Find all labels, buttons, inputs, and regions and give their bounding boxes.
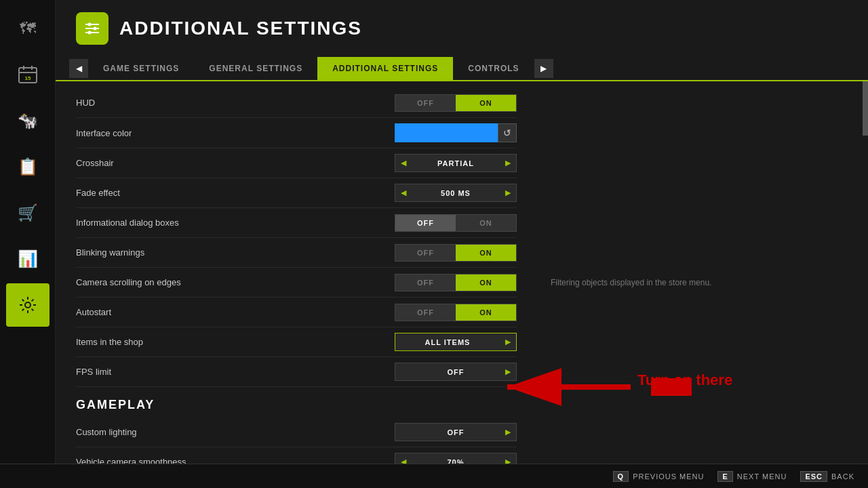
custom-lighting-next[interactable]: ▶ bbox=[500, 424, 516, 441]
setting-label-hud: HUD bbox=[76, 98, 395, 108]
setting-control-autostart: OFF ON bbox=[395, 304, 517, 321]
fade-value: 500 MS bbox=[412, 189, 500, 197]
blinking-on-btn[interactable]: ON bbox=[456, 245, 516, 261]
shop-items-dropdown[interactable]: ALL ITEMS ▶ bbox=[395, 333, 517, 351]
main-content: ADDITIONAL SETTINGS ◀ GAME SETTINGS GENE… bbox=[56, 0, 868, 488]
autostart-on-btn[interactable]: ON bbox=[456, 304, 516, 321]
sidebar-item-stats[interactable]: 📊 bbox=[6, 237, 50, 281]
content-area: HUD OFF ON Interface color ↺ bbox=[56, 81, 868, 488]
svg-point-11 bbox=[88, 31, 92, 35]
fps-selector: ◀ OFF ▶ bbox=[395, 363, 517, 381]
setting-row-custom-lighting: Custom lighting ◀ OFF ▶ bbox=[76, 418, 517, 447]
autostart-off-btn[interactable]: OFF bbox=[395, 304, 456, 321]
info-text: Filtering objects displayed in the store… bbox=[551, 278, 849, 287]
blinking-toggle: OFF ON bbox=[395, 244, 517, 262]
sidebar-item-animals[interactable]: 🐄 bbox=[6, 99, 50, 142]
svg-text:15: 15 bbox=[24, 75, 31, 81]
setting-control-fps: ◀ OFF ▶ bbox=[395, 363, 517, 381]
header-icon bbox=[76, 12, 108, 45]
next-menu-label: NEXT MENU bbox=[737, 472, 787, 481]
dialogs-on-btn[interactable]: ON bbox=[456, 215, 516, 231]
tab-additional-settings[interactable]: ADDITIONAL SETTINGS bbox=[317, 57, 453, 80]
settings-panel: HUD OFF ON Interface color ↺ bbox=[56, 81, 537, 488]
svg-point-10 bbox=[94, 27, 97, 30]
setting-row-blinking: Blinking warnings OFF ON bbox=[76, 238, 517, 268]
custom-lighting-value: OFF bbox=[412, 428, 500, 436]
crosshair-value: PARTIAL bbox=[412, 159, 500, 167]
setting-row-fade: Fade effect ◀ 500 MS ▶ bbox=[76, 178, 517, 208]
sidebar-item-map[interactable]: 🗺 bbox=[6, 7, 50, 50]
fps-value: OFF bbox=[412, 368, 500, 376]
setting-row-shop-items: Items in the shop ALL ITEMS ▶ bbox=[76, 327, 517, 357]
crosshair-next[interactable]: ▶ bbox=[500, 155, 516, 171]
setting-row-camera-scroll: Camera scrolling on edges OFF ON bbox=[76, 268, 517, 298]
dialogs-off-btn[interactable]: OFF bbox=[395, 215, 456, 231]
setting-label-dialogs: Informational dialog boxes bbox=[76, 218, 395, 228]
camera-scroll-off-btn[interactable]: OFF bbox=[395, 274, 456, 291]
tab-controls[interactable]: CONTROLS bbox=[453, 57, 534, 80]
setting-label-custom-lighting: Custom lighting bbox=[76, 427, 395, 437]
setting-row-hud: HUD OFF ON bbox=[76, 88, 517, 118]
setting-row-interface-color: Interface color ↺ bbox=[76, 118, 517, 148]
sidebar-item-contracts[interactable]: 📋 bbox=[6, 145, 50, 188]
setting-control-custom-lighting: ◀ OFF ▶ bbox=[395, 423, 517, 441]
back-label: BACK bbox=[831, 472, 854, 481]
setting-label-blinking: Blinking warnings bbox=[76, 247, 395, 258]
sidebar: 🗺 15 🐄 📋 🛒 📊 bbox=[0, 0, 56, 488]
setting-control-blinking: OFF ON bbox=[395, 244, 517, 262]
hud-off-btn[interactable]: OFF bbox=[395, 95, 456, 111]
tab-game-settings[interactable]: GAME SETTINGS bbox=[88, 57, 194, 80]
fade-prev[interactable]: ◀ bbox=[395, 184, 412, 201]
tabs-container: ◀ GAME SETTINGS GENERAL SETTINGS ADDITIO… bbox=[56, 57, 868, 81]
sidebar-item-shop[interactable]: 🛒 bbox=[6, 191, 50, 235]
scroll-thumb bbox=[863, 81, 868, 136]
fps-next[interactable]: ▶ bbox=[500, 363, 516, 380]
setting-row-dialogs: Informational dialog boxes OFF ON bbox=[76, 208, 517, 238]
color-swatch[interactable] bbox=[395, 123, 498, 142]
color-reset-btn[interactable]: ↺ bbox=[498, 123, 517, 142]
bottom-bar: Q PREVIOUS MENU E NEXT MENU ESC BACK bbox=[0, 464, 868, 488]
setting-label-fps: FPS limit bbox=[76, 367, 395, 377]
tab-general-settings[interactable]: GENERAL SETTINGS bbox=[194, 57, 317, 80]
hud-on-btn[interactable]: ON bbox=[456, 95, 516, 111]
hud-toggle: OFF ON bbox=[395, 94, 517, 112]
blinking-off-btn[interactable]: OFF bbox=[395, 245, 456, 261]
shop-items-value: ALL ITEMS bbox=[395, 334, 500, 350]
camera-scroll-on-btn[interactable]: ON bbox=[456, 274, 516, 291]
custom-lighting-selector: ◀ OFF ▶ bbox=[395, 423, 517, 441]
sidebar-item-settings[interactable] bbox=[6, 283, 50, 327]
setting-label-camera-scroll: Camera scrolling on edges bbox=[76, 277, 395, 287]
key-e: E bbox=[717, 471, 732, 482]
setting-control-hud: OFF ON bbox=[395, 94, 517, 112]
key-q: Q bbox=[613, 471, 629, 482]
setting-control-crosshair: ◀ PARTIAL ▶ bbox=[395, 154, 517, 172]
setting-row-autostart: Autostart OFF ON bbox=[76, 298, 517, 327]
header: ADDITIONAL SETTINGS bbox=[56, 0, 868, 57]
gameplay-section-header: GAMEPLAY bbox=[76, 387, 517, 418]
fade-next[interactable]: ▶ bbox=[500, 184, 516, 201]
page-title: ADDITIONAL SETTINGS bbox=[119, 18, 362, 39]
setting-control-dialogs: OFF ON bbox=[395, 214, 517, 232]
setting-control-shop-items: ALL ITEMS ▶ bbox=[395, 333, 517, 351]
shop-items-arrow: ▶ bbox=[500, 333, 516, 350]
camera-scroll-toggle: OFF ON bbox=[395, 274, 517, 291]
key-esc: ESC bbox=[800, 471, 827, 482]
sidebar-item-calendar[interactable]: 15 bbox=[6, 53, 50, 96]
setting-control-fade: ◀ 500 MS ▶ bbox=[395, 184, 517, 202]
setting-label-interface-color: Interface color bbox=[76, 128, 395, 138]
setting-label-autostart: Autostart bbox=[76, 307, 395, 317]
scroll-indicator[interactable] bbox=[863, 81, 868, 488]
svg-point-5 bbox=[25, 302, 31, 308]
tab-arrow-right[interactable]: ▶ bbox=[534, 59, 553, 78]
setting-label-fade: Fade effect bbox=[76, 188, 395, 198]
setting-label-crosshair: Crosshair bbox=[76, 158, 395, 168]
bottom-action-next-menu: E NEXT MENU bbox=[717, 471, 787, 482]
bottom-action-back: ESC BACK bbox=[800, 471, 854, 482]
setting-control-camera-scroll: OFF ON bbox=[395, 274, 517, 291]
dialogs-toggle: OFF ON bbox=[395, 214, 517, 232]
setting-row-crosshair: Crosshair ◀ PARTIAL ▶ bbox=[76, 148, 517, 178]
crosshair-selector: ◀ PARTIAL ▶ bbox=[395, 154, 517, 172]
crosshair-prev[interactable]: ◀ bbox=[395, 155, 412, 171]
color-display: ↺ bbox=[395, 123, 517, 142]
tab-arrow-left[interactable]: ◀ bbox=[69, 59, 88, 78]
